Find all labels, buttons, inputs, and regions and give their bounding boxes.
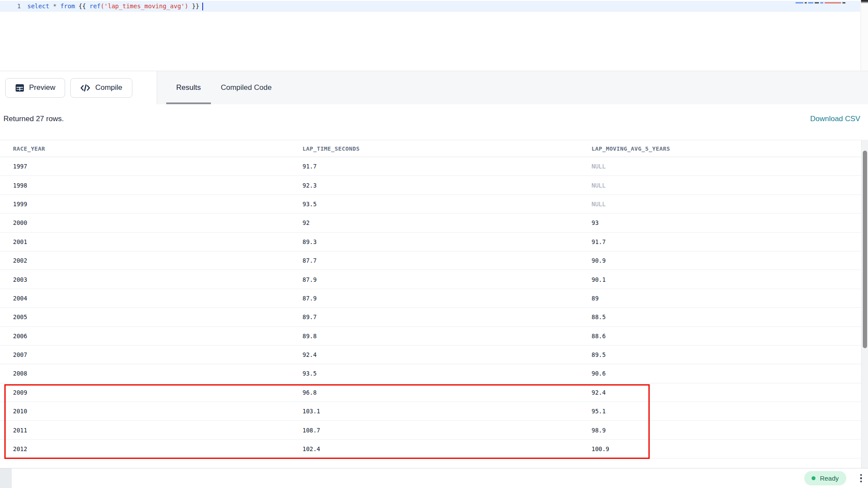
results-table-header: RACE_YEAR LAP_TIME_SECONDS LAP_MOVING_AV… (0, 140, 861, 157)
table-grid-icon (15, 83, 24, 92)
status-badge: Ready (804, 471, 846, 485)
table-row[interactable]: 200689.888.6 (0, 327, 861, 346)
table-scrollbar-thumb[interactable] (863, 151, 867, 348)
table-cell: 91.7 (302, 163, 592, 170)
toolbar: Preview Compile Results Compiled Code (0, 71, 868, 104)
table-cell: 89.5 (592, 351, 861, 358)
table-row[interactable]: 199791.7NULL (0, 157, 861, 176)
table-cell: 93 (592, 219, 861, 226)
table-cell: 89.7 (302, 313, 592, 320)
tab-results[interactable]: Results (166, 71, 211, 104)
preview-button[interactable]: Preview (5, 78, 65, 98)
table-cell: 1998 (0, 182, 302, 189)
table-cell: 92 (302, 219, 592, 226)
green-dot-icon (812, 476, 815, 480)
code-token-keyword: from (60, 3, 75, 10)
table-row[interactable]: 200387.990.1 (0, 270, 861, 289)
table-cell: 96.8 (302, 389, 592, 396)
table-cell: 93.5 (302, 201, 592, 208)
dbt-ide-window: 1 select * from {{ ref('lap_times_moving… (0, 0, 868, 488)
table-cell: 1997 (0, 163, 302, 170)
table-cell: 89.3 (302, 238, 592, 245)
table-cell: 92.4 (302, 351, 592, 358)
table-cell: 91.7 (592, 238, 861, 245)
table-cell: 1999 (0, 201, 302, 208)
preview-button-label: Preview (29, 83, 55, 92)
results-tabbar: Results Compiled Code (157, 71, 868, 104)
table-cell: 88.6 (592, 333, 861, 340)
line-number: 1 (0, 1, 21, 12)
table-cell: 2003 (0, 276, 302, 283)
table-cell: 93.5 (302, 370, 592, 377)
table-cell: 102.4 (302, 445, 592, 452)
table-cell: 92.4 (592, 389, 861, 396)
results-table-body: 199791.7NULL199892.3NULL199993.5NULL2000… (0, 157, 861, 458)
editor-scrollbar[interactable] (861, 0, 868, 71)
table-cell: 108.7 (302, 427, 592, 434)
column-header-race-year: RACE_YEAR (0, 145, 302, 152)
table-scrollbar[interactable] (861, 140, 868, 468)
code-token-plain (56, 3, 60, 10)
table-cell: 98.9 (592, 427, 861, 434)
table-cell: 2010 (0, 408, 302, 415)
table-row[interactable]: 200189.391.7 (0, 233, 861, 251)
sql-editor[interactable]: 1 select * from {{ ref('lap_times_moving… (0, 0, 868, 71)
table-row[interactable]: 200487.989 (0, 289, 861, 308)
code-token-plain: {{ (75, 3, 90, 10)
kebab-menu-icon[interactable] (859, 473, 863, 484)
table-cell: 2004 (0, 295, 302, 302)
table-cell: NULL (592, 182, 861, 189)
table-cell: NULL (592, 201, 861, 208)
text-cursor (202, 3, 203, 10)
table-cell: 90.1 (592, 276, 861, 283)
table-row[interactable]: 199892.3NULL (0, 176, 861, 195)
compile-button[interactable]: Compile (70, 78, 132, 98)
table-cell: 90.6 (592, 370, 861, 377)
toolbar-buttons: Preview Compile (5, 71, 132, 104)
table-row[interactable]: 200893.590.6 (0, 364, 861, 383)
status-right-group: Ready (804, 468, 863, 488)
code-token-keyword: select (27, 3, 49, 10)
code-token-keyword: ref (89, 3, 100, 10)
table-row[interactable]: 200589.788.5 (0, 308, 861, 326)
compile-button-label: Compile (95, 83, 122, 92)
table-cell: 2007 (0, 351, 302, 358)
table-cell: 88.5 (592, 313, 861, 320)
tab-compiled-code[interactable]: Compiled Code (211, 71, 282, 104)
download-csv-link[interactable]: Download CSV (810, 115, 860, 123)
table-cell: 89 (592, 295, 861, 302)
table-cell: 90.9 (592, 257, 861, 264)
column-header-lap-time-seconds: LAP_TIME_SECONDS (302, 145, 592, 152)
results-meta-row: Returned 27 rows. Download CSV (0, 104, 868, 140)
column-header-lap-moving-avg-5-years: LAP_MOVING_AVG_5_YEARS (592, 145, 861, 152)
table-cell: 2012 (0, 445, 302, 452)
table-row[interactable]: 2011108.798.9 (0, 421, 861, 439)
status-badge-label: Ready (820, 475, 838, 482)
table-row[interactable]: 20009293 (0, 214, 861, 232)
code-minimap (796, 2, 845, 3)
table-cell: 103.1 (302, 408, 592, 415)
table-row[interactable]: 199993.5NULL (0, 195, 861, 214)
code-line[interactable]: select * from {{ ref('lap_times_moving_a… (27, 1, 203, 12)
code-token-plain (49, 3, 53, 10)
table-cell: 87.7 (302, 257, 592, 264)
table-cell: 87.9 (302, 276, 592, 283)
code-token-string: ('lap_times_moving_avg') (101, 3, 188, 10)
table-cell: 2006 (0, 333, 302, 340)
table-row[interactable]: 200287.790.9 (0, 251, 861, 270)
table-cell: 87.9 (302, 295, 592, 302)
table-row[interactable]: 200792.489.5 (0, 346, 861, 364)
table-row[interactable]: 2012102.4100.9 (0, 440, 861, 458)
code-brackets-icon (80, 84, 90, 92)
table-cell: 95.1 (592, 408, 861, 415)
status-bar: Ready (0, 468, 868, 488)
table-row[interactable]: 2010103.195.1 (0, 402, 861, 421)
table-row[interactable]: 200996.892.4 (0, 383, 861, 402)
table-cell: 2000 (0, 219, 302, 226)
table-cell: 89.8 (302, 333, 592, 340)
row-count-text: Returned 27 rows. (3, 115, 64, 123)
table-cell: 100.9 (592, 445, 861, 452)
table-cell: NULL (592, 163, 861, 170)
gutter-corner (0, 468, 12, 488)
table-cell: 2011 (0, 427, 302, 434)
